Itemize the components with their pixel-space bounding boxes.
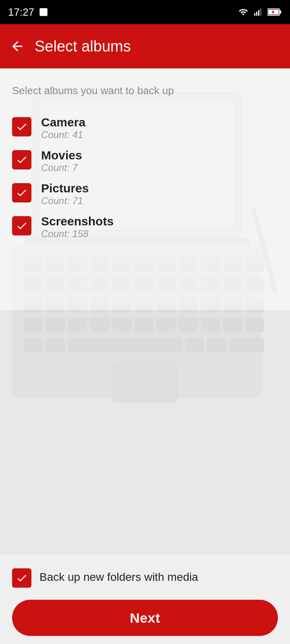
album-item-movies[interactable]: Movies Count: 7	[12, 144, 278, 178]
wifi-icon	[237, 7, 250, 17]
svg-rect-55	[24, 338, 42, 352]
next-button[interactable]: Next	[12, 600, 278, 636]
album-info-screenshots: Screenshots Count: 158	[41, 215, 114, 239]
checkbox-pictures[interactable]	[12, 183, 31, 202]
page-title: Select albums	[35, 38, 131, 55]
album-count-movies: Count: 7	[41, 162, 82, 173]
checkmark-icon	[16, 187, 28, 199]
app-bar: Select albums	[0, 24, 290, 68]
svg-rect-5	[280, 10, 281, 14]
checkbox-movies[interactable]	[12, 150, 31, 169]
album-name-pictures: Pictures	[41, 182, 89, 195]
svg-rect-2	[258, 10, 259, 16]
content-area: Select albums you want to back up Camera…	[0, 68, 290, 644]
album-name-movies: Movies	[41, 149, 82, 162]
bottom-section: Back up new folders with media Next	[0, 555, 290, 644]
album-info-camera: Camera Count: 41	[41, 116, 85, 140]
backup-option-label: Back up new folders with media	[39, 571, 198, 584]
svg-rect-48	[113, 318, 131, 332]
album-item-pictures[interactable]: Pictures Count: 71	[12, 178, 278, 211]
backup-option[interactable]: Back up new folders with media	[12, 567, 278, 588]
svg-rect-56	[46, 338, 64, 352]
album-name-camera: Camera	[41, 116, 85, 129]
main-content: Select albums you want to back up Camera…	[0, 68, 290, 244]
album-name-screenshots: Screenshots	[41, 215, 114, 228]
album-info-pictures: Pictures Count: 71	[41, 182, 89, 206]
back-arrow-icon	[10, 39, 25, 54]
svg-rect-53	[224, 318, 242, 332]
photo-notification-icon	[38, 7, 49, 17]
signal-icon	[253, 7, 264, 17]
svg-rect-46	[68, 318, 87, 332]
battery-icon	[267, 8, 282, 17]
svg-rect-52	[201, 318, 220, 332]
svg-rect-58	[185, 338, 203, 352]
svg-rect-57	[68, 338, 181, 352]
status-icons	[237, 7, 282, 17]
svg-rect-3	[260, 8, 261, 16]
album-count-camera: Count: 41	[41, 129, 85, 140]
svg-rect-60	[230, 338, 264, 352]
subtitle: Select albums you want to back up	[12, 85, 278, 97]
album-count-screenshots: Count: 158	[41, 228, 114, 239]
svg-rect-49	[135, 318, 153, 332]
album-info-movies: Movies Count: 7	[41, 149, 82, 173]
svg-rect-0	[254, 13, 255, 16]
checkbox-backup-option[interactable]	[12, 568, 31, 588]
checkbox-camera[interactable]	[12, 117, 31, 136]
svg-rect-50	[157, 318, 175, 332]
svg-rect-59	[207, 338, 226, 352]
status-time: 17:27	[8, 6, 49, 19]
svg-rect-45	[46, 318, 64, 332]
album-list: Camera Count: 41 Movies Count: 7	[12, 111, 278, 244]
checkmark-icon	[16, 121, 28, 133]
status-bar: 17:27	[0, 0, 290, 24]
svg-rect-51	[179, 318, 197, 332]
svg-rect-61	[113, 362, 177, 402]
album-item-screenshots[interactable]: Screenshots Count: 158	[12, 211, 278, 244]
svg-rect-54	[246, 318, 264, 332]
svg-rect-44	[24, 318, 42, 332]
album-item-camera[interactable]: Camera Count: 41	[12, 111, 278, 144]
album-count-pictures: Count: 71	[41, 195, 89, 206]
checkmark-icon	[16, 154, 28, 166]
checkbox-screenshots[interactable]	[12, 216, 31, 235]
svg-rect-47	[91, 318, 109, 332]
checkmark-icon	[16, 220, 28, 232]
svg-rect-1	[256, 12, 257, 16]
checkmark-backup-icon	[16, 572, 28, 584]
back-button[interactable]	[10, 39, 25, 54]
